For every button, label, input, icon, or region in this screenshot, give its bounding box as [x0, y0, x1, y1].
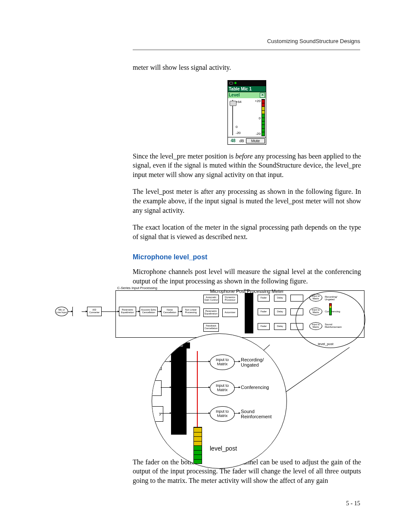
para-intro-fragment: meter will show less signal activity.: [133, 63, 361, 72]
arrow: [178, 311, 182, 312]
node-peq1: [290, 295, 303, 302]
level-post-label: level_post: [210, 445, 237, 452]
arrow: [136, 311, 140, 312]
zoom-left-frag-3: y: [152, 406, 163, 422]
switch-node-2: [171, 385, 175, 388]
node-fader1: Fader: [258, 295, 270, 302]
node-delay1: Delay: [274, 295, 286, 302]
panel-mic-label: Table Mic 1: [228, 86, 266, 92]
node-gain: [72, 307, 82, 316]
node-aec: Acoustic Echo Cancellation: [140, 307, 158, 316]
panel-meter-area: +64 0 -20 +20 0 -20: [228, 98, 266, 137]
arrow: [187, 387, 210, 388]
node-peq-mid: Parametric Equalization: [203, 308, 219, 317]
panel-bottom-row: 48 dB Mute: [228, 137, 266, 144]
mute-button: Mute: [246, 138, 265, 143]
zoom-itm-3: Input to Matrix: [210, 406, 235, 422]
arrow: [234, 387, 240, 388]
switch-node-1: [171, 359, 175, 362]
node-delay3: Delay: [274, 323, 286, 330]
section-heading-mic-level-post: Microphone level_post: [133, 253, 361, 261]
node-peq0: Parametric Equalization: [119, 307, 136, 316]
meter-tick-mid: 0: [259, 116, 261, 120]
zoom-out-1: Recording/Ungated: [241, 357, 264, 367]
meter-bar: [262, 99, 265, 136]
link-dot-icon: [229, 82, 233, 84]
node-fader3: Fader: [258, 323, 270, 330]
arrow: [234, 413, 240, 414]
close-icon: ✕: [260, 93, 265, 98]
level-panel: Table Mic 1 Level ✕ +64 0 -20 +20 0 -20 …: [227, 80, 266, 145]
page-header: Customizing SoundStructure Designs: [267, 38, 360, 44]
zoom-itm-1: Input to Matrix: [210, 355, 235, 370]
status-dot-icon: [234, 82, 237, 84]
mute-label-small: Mute: [244, 289, 249, 291]
para-level-pre: Since the level_pre meter position is be…: [133, 152, 361, 180]
arrow: [82, 311, 87, 312]
node-ad: A/D Converter: [87, 307, 102, 316]
arrow: [187, 413, 210, 414]
switch-node-3: [171, 411, 175, 414]
node-nlp: Non Linear Processing: [182, 307, 200, 316]
zoom-line-2: [282, 347, 350, 395]
arrow: [68, 311, 72, 312]
outer-box-label: C-Series Input Processing: [117, 286, 157, 290]
mute-band-label: Mute: [168, 342, 190, 348]
node-automix: Automixer: [222, 308, 238, 317]
para-meter-location: The exact location of the meter in the s…: [133, 223, 361, 241]
zoom-left-frag-1: [152, 355, 162, 370]
node-fader2: Fader: [258, 308, 270, 315]
level-post-meter: [193, 427, 202, 464]
slider-tick-mid: 0: [236, 125, 237, 129]
node-delay2: Delay: [274, 308, 286, 315]
panel-titlebar: [228, 81, 266, 86]
page-number: 5 - 15: [346, 500, 360, 507]
panel-db-unit: dB: [238, 139, 245, 143]
signal-flow-diagram: C-Series Input Processing Mic or Line In…: [55, 285, 364, 439]
para-level-post: The level_post meter is after any proces…: [133, 187, 361, 215]
para2-em: before: [235, 152, 252, 160]
zoom-circle: Mute Input to Matrix Input to Matrix Inp…: [152, 333, 287, 469]
slider-tick-top: +64: [236, 100, 242, 104]
meter-tick-low: -20: [255, 132, 261, 136]
arrow: [102, 311, 119, 312]
arrow: [161, 361, 171, 362]
header-rule: [133, 49, 360, 50]
para-mic-post: Microphone channels post level will meas…: [133, 267, 361, 286]
arrow: [234, 361, 240, 362]
arrow: [161, 413, 171, 414]
mute-band-small: [245, 293, 253, 333]
node-dyn: Dynamics Processor: [222, 295, 238, 303]
arrow: [187, 361, 210, 362]
node-noise: Noise Cancellation: [161, 307, 178, 316]
node-agc: Automatic Gain Control: [203, 295, 219, 303]
arrow: [161, 387, 171, 388]
zoom-left-frag-2: [152, 380, 162, 396]
panel-level-label: Level: [229, 93, 240, 97]
node-fb: Feedback Cancellation: [203, 323, 219, 332]
zoom-out-2: Conferencing: [241, 385, 269, 390]
panel-db-value: 48: [228, 138, 238, 143]
slider-tick-low: -20: [236, 131, 241, 135]
zoom-out-3: SoundReinforcement: [241, 409, 272, 419]
zoom-source-circle: [296, 291, 365, 348]
arrow: [158, 311, 161, 312]
para2-a: Since the level_pre meter position is: [133, 152, 235, 160]
zoom-itm-2: Input to Matrix: [210, 380, 235, 396]
panel-level-row: Level ✕: [228, 92, 266, 98]
meter-tick-top: +20: [255, 99, 261, 103]
node-input: Mic or Line Input: [55, 307, 68, 316]
